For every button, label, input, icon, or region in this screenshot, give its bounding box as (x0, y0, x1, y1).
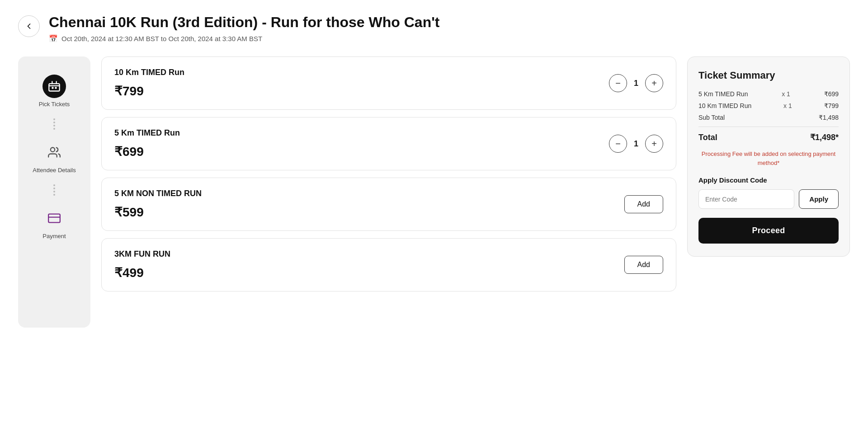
summary-5km-name: 5 Km TIMED Run (698, 90, 748, 98)
summary-5km-amount: ₹699 (824, 90, 839, 98)
svg-point-2 (55, 88, 56, 89)
ticket-info-5km-non-timed: 5 KM NON TIMED RUN ₹599 (114, 189, 202, 220)
processing-note: Processing Fee will be added on selectin… (698, 150, 839, 167)
summary-subtotal: Sub Total ₹1,498 (698, 114, 839, 121)
sidebar-divider-2 (53, 183, 55, 197)
ticket-info-10km-timed: 10 Km TIMED Run ₹799 (114, 68, 184, 99)
proceed-button[interactable]: Proceed (698, 218, 839, 244)
sidebar-divider-1 (53, 117, 55, 131)
svg-rect-4 (48, 214, 60, 223)
summary-subtotal-label: Sub Total (698, 114, 725, 121)
summary-total-label: Total (698, 133, 717, 142)
summary-5km-qty: x 1 (782, 90, 790, 98)
sidebar-item-payment[interactable]: Payment (18, 197, 90, 249)
ticket-controls-5km-non: Add (624, 195, 663, 213)
summary-total-amount: ₹1,498* (810, 132, 839, 142)
ticket-name-5km-non: 5 KM NON TIMED RUN (114, 189, 202, 198)
ticket-card-5km-non-timed: 5 KM NON TIMED RUN ₹599 Add (101, 178, 676, 231)
summary-divider (698, 127, 839, 127)
sidebar-pick-tickets-label: Pick Tickets (39, 101, 70, 108)
increment-10km-button[interactable]: + (645, 74, 663, 92)
ticket-name-3km: 3KM FUN RUN (114, 249, 170, 259)
ticket-price-5km: ₹699 (114, 144, 180, 159)
ticket-card-10km-timed: 10 Km TIMED Run ₹799 − 1 + (101, 56, 676, 110)
summary-line-10km: 10 Km TIMED Run x 1 ₹799 (698, 102, 839, 109)
apply-button[interactable]: Apply (799, 189, 839, 209)
summary-10km-name: 10 Km TIMED Run (698, 102, 751, 109)
quantity-10km: 1 (629, 79, 643, 88)
main-layout: Pick Tickets Attendee Details (18, 56, 850, 328)
add-3km-button[interactable]: Add (624, 256, 663, 274)
event-date: 📅 Oct 20th, 2024 at 12:30 AM BST to Oct … (49, 34, 439, 43)
payment-icon-wrap (42, 207, 66, 230)
sidebar: Pick Tickets Attendee Details (18, 56, 90, 328)
sidebar-item-attendee-details[interactable]: Attendee Details (18, 131, 90, 183)
sidebar-payment-label: Payment (42, 233, 66, 239)
pick-tickets-icon-wrap (42, 75, 66, 98)
ticket-card-3km-fun: 3KM FUN RUN ₹499 Add (101, 238, 676, 291)
summary-line-5km: 5 Km TIMED Run x 1 ₹699 (698, 90, 839, 98)
svg-point-1 (52, 88, 53, 89)
calendar-icon: 📅 (49, 34, 58, 43)
back-button[interactable] (18, 15, 40, 37)
ticket-controls-3km: Add (624, 256, 663, 274)
ticket-controls-5km: − 1 + (609, 135, 663, 153)
quantity-5km: 1 (629, 139, 643, 149)
attendee-icon-wrap (42, 141, 66, 164)
ticket-card-5km-timed: 5 Km TIMED Run ₹699 − 1 + (101, 117, 676, 170)
tickets-area: 10 Km TIMED Run ₹799 − 1 + 5 Km TIMED Ru… (101, 56, 676, 291)
decrement-5km-button[interactable]: − (609, 135, 627, 153)
summary-title: Ticket Summary (698, 70, 839, 81)
discount-label: Apply Discount Code (698, 176, 839, 184)
svg-point-3 (51, 148, 55, 152)
discount-row: Apply (698, 189, 839, 209)
ticket-price-10km: ₹799 (114, 84, 184, 99)
sidebar-item-pick-tickets[interactable]: Pick Tickets (18, 66, 90, 117)
summary-subtotal-amount: ₹1,498 (819, 114, 839, 121)
summary-total: Total ₹1,498* (698, 132, 839, 142)
event-title: Chennai 10K Run (3rd Edition) - Run for … (49, 14, 439, 31)
svg-rect-0 (49, 84, 59, 91)
summary-panel: Ticket Summary 5 Km TIMED Run x 1 ₹699 1… (687, 56, 850, 257)
header-text: Chennai 10K Run (3rd Edition) - Run for … (49, 14, 439, 43)
ticket-name-5km: 5 Km TIMED Run (114, 128, 180, 138)
decrement-10km-button[interactable]: − (609, 74, 627, 92)
ticket-price-3km: ₹499 (114, 265, 170, 280)
sidebar-attendee-label: Attendee Details (33, 167, 75, 174)
ticket-price-5km-non: ₹599 (114, 205, 202, 220)
ticket-name-10km: 10 Km TIMED Run (114, 68, 184, 77)
summary-10km-amount: ₹799 (824, 102, 839, 109)
add-5km-non-button[interactable]: Add (624, 195, 663, 213)
increment-5km-button[interactable]: + (645, 135, 663, 153)
ticket-info-5km-timed: 5 Km TIMED Run ₹699 (114, 128, 180, 159)
summary-10km-qty: x 1 (783, 102, 792, 109)
ticket-info-3km-fun: 3KM FUN RUN ₹499 (114, 249, 170, 280)
discount-code-input[interactable] (698, 189, 794, 209)
ticket-controls-10km: − 1 + (609, 74, 663, 92)
page-header: Chennai 10K Run (3rd Edition) - Run for … (18, 14, 850, 43)
